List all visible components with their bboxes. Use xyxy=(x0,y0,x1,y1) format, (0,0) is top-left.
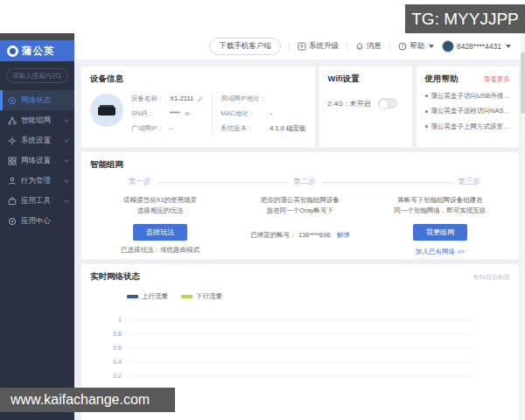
smart-network-title: 智能组网 xyxy=(90,159,510,171)
question-icon: ? xyxy=(398,42,407,51)
wifi-24g-row: 2.4G： 未开启 xyxy=(328,98,403,108)
upgrade-icon xyxy=(298,42,306,51)
sidebar-item-smart-network[interactable]: 智能组网 xyxy=(0,110,74,130)
screenshot-canvas: TG: MYYJJPP 蒲公英 网络状态 xyxy=(0,0,525,420)
step1-column: 请根据当前X1的使用场景 选择相应的玩法 选择玩法 已选择玩法：传统路由模式 xyxy=(90,195,230,257)
system-upgrade-button[interactable]: 系统升级 xyxy=(298,41,339,52)
top-cards-row: 设备信息 设备名称： X1-2111 SN码： xyxy=(81,66,519,147)
y-tick-row: 0.8 xyxy=(104,326,473,340)
watermark: www.kaifachange.com xyxy=(0,388,175,412)
wifi-status: 未开启 xyxy=(350,99,371,108)
selected-mode-note: 已选择玩法：传统路由模式 xyxy=(90,245,230,256)
smart-network-card: 智能组网 第一步 第二步 第三步 请根据当前X1的使用场景 选择相应的玩法 选择… xyxy=(81,152,519,259)
device-fields-left: 设备名称： X1-2111 SN码： **** xyxy=(131,91,204,136)
join-existing-network-link[interactable]: 加入已有网络 >> xyxy=(370,247,510,257)
view-more-link[interactable]: 查看更多 xyxy=(484,75,510,84)
help-link-item[interactable]: 蒲公英盒子访问USB外接… xyxy=(425,92,510,101)
tools-icon xyxy=(8,197,17,206)
sidebar-nav: 网络状态 智能组网 系统设置 xyxy=(0,90,74,231)
gridline xyxy=(127,375,473,376)
app-center-icon xyxy=(8,217,17,226)
device-version-row: 系统版本： 4.1.0 稳定版 xyxy=(220,121,305,136)
legend-upload[interactable]: 上行流量 xyxy=(127,292,168,301)
sidebar-item-label: 智能组网 xyxy=(21,116,51,126)
help-card-header: 使用帮助 查看更多 xyxy=(425,74,510,85)
device-info-card: 设备信息 设备名称： X1-2111 SN码： xyxy=(81,66,315,147)
router-device-image xyxy=(90,94,123,127)
y-tick-row: 0.6 xyxy=(104,340,473,354)
edit-icon[interactable] xyxy=(197,95,204,102)
top-bar: 下载手机客户端 系统升级 消息 ? 帮助 xyxy=(74,33,525,60)
dandelion-logo-icon xyxy=(7,46,18,57)
gridline xyxy=(127,347,473,348)
search-icon xyxy=(55,73,62,80)
device-fields-right: 局域网IP地址： MAC地址： - 系统版本： 4.1.0 稳定版 xyxy=(212,91,305,136)
device-name-value: X1-2111 xyxy=(170,94,193,102)
wifi-title: Wifi设置 xyxy=(328,74,403,85)
smart-network-icon xyxy=(8,116,17,125)
bound-account-number: 136****696 xyxy=(298,231,331,239)
step3-column: 将帐号下智能组网设备组建在 同一个智能网络，即可实现互联 我要组网 加入已有网络… xyxy=(370,195,510,257)
sidebar-item-label: 网络状态 xyxy=(21,95,51,106)
caret-down-icon xyxy=(506,45,511,48)
bullet-icon xyxy=(425,110,428,113)
sidebar-search[interactable] xyxy=(6,68,68,83)
device-wan-value: - xyxy=(170,124,172,132)
help-link-item[interactable]: 蒲公英盒子远程访问NAS… xyxy=(425,107,510,116)
chevron-down-icon xyxy=(64,198,69,203)
account-number: 8428****4431 xyxy=(457,42,501,51)
step2-desc-line1: 把你的蒲公英智能组网设备 xyxy=(230,195,370,206)
sidebar-item-app-tools[interactable]: 应用工具 xyxy=(0,191,74,211)
upload-swatch xyxy=(127,295,138,298)
device-info-title: 设备信息 xyxy=(90,74,306,85)
wifi-band-label: 2.4G： xyxy=(328,99,350,108)
brand-logo[interactable]: 蒲公英 xyxy=(0,40,74,61)
auto-refresh-note: 每5s自动刷新 xyxy=(473,273,510,282)
choose-mode-button[interactable]: 选择玩法 xyxy=(133,224,187,241)
device-info-body: 设备名称： X1-2111 SN码： **** xyxy=(90,91,306,136)
svg-text:?: ? xyxy=(401,44,403,49)
step1-desc-line2: 选择相应的玩法 xyxy=(90,206,230,216)
net-settings-icon xyxy=(8,157,17,165)
messages-button[interactable]: 消息 xyxy=(355,41,382,52)
step3-label: 第三步 xyxy=(458,177,481,187)
step3-desc-line2: 同一个智能网络，即可实现互联 xyxy=(370,206,510,216)
chevron-down-icon xyxy=(64,137,69,143)
search-input[interactable] xyxy=(12,72,55,80)
page-content: 设备信息 设备名称： X1-2111 SN码： xyxy=(74,60,525,420)
gridline xyxy=(127,319,473,320)
sidebar-item-system-settings[interactable]: 系统设置 xyxy=(0,130,74,150)
device-name-row: 设备名称： X1-2111 xyxy=(131,91,204,106)
chevron-down-icon xyxy=(64,117,69,122)
legend-download[interactable]: 下行流量 xyxy=(181,292,222,301)
sidebar-item-label: 系统设置 xyxy=(21,136,51,146)
step1-desc-line1: 请根据当前X1的使用场景 xyxy=(90,195,230,206)
unbind-link[interactable]: 解绑 xyxy=(337,231,350,239)
wifi-toggle[interactable] xyxy=(378,98,397,108)
download-app-button[interactable]: 下载手机客户端 xyxy=(209,38,281,55)
y-tick-row: 0.2 xyxy=(104,368,473,382)
sidebar-item-label: 应用工具 xyxy=(21,196,51,206)
sidebar-item-network-status[interactable]: 网络状态 xyxy=(0,90,74,110)
sidebar-top-cap xyxy=(0,33,74,40)
divider xyxy=(346,42,347,52)
scrollbar[interactable] xyxy=(521,33,525,420)
help-title: 使用帮助 xyxy=(425,74,458,85)
gear-icon xyxy=(8,136,17,145)
create-network-button[interactable]: 我要组网 xyxy=(413,224,467,241)
chart-legend: 上行流量 下行流量 xyxy=(127,292,510,301)
eye-icon[interactable] xyxy=(184,110,191,117)
scrollbar-thumb[interactable] xyxy=(521,52,525,114)
help-menu[interactable]: ? 帮助 xyxy=(398,41,434,52)
sidebar-item-app-center[interactable]: 应用中心 xyxy=(0,211,74,231)
account-menu[interactable]: 8428****4431 xyxy=(442,40,511,52)
sidebar-item-behavior-management[interactable]: 行为管理 xyxy=(0,171,74,191)
device-sn-value: **** xyxy=(170,109,180,117)
usage-help-card: 使用帮助 查看更多 蒲公英盒子访问USB外接… 蒲公英盒子远程访问NAS… xyxy=(416,66,519,147)
sidebar-item-label: 网络设置 xyxy=(21,156,51,166)
help-link-item[interactable]: 蒲公英盒子上网方式设置… xyxy=(425,122,510,131)
sidebar-item-network-settings[interactable]: 网络设置 xyxy=(0,150,74,171)
gridline xyxy=(127,361,473,362)
avatar xyxy=(442,40,454,52)
step2-column: 把你的蒲公英智能组网设备 放在同一个Oray帐号下 已绑定的帐号： 136***… xyxy=(230,195,370,257)
